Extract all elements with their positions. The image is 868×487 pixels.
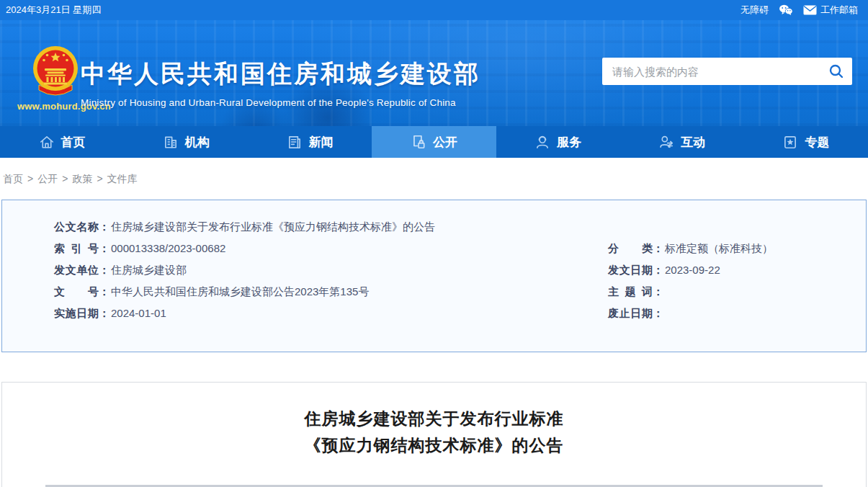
nav-item-news[interactable]: 新闻: [248, 126, 372, 158]
breadcrumb-separator: >: [27, 173, 33, 184]
article-title: 住房城乡建设部关于发布行业标准 《预应力钢结构技术标准》的公告: [2, 406, 866, 459]
site-header-banner: www.mohurd.gov.cn 中华人民共和国住房和城乡建设部 Minist…: [0, 20, 868, 126]
breadcrumb-document-library[interactable]: 文件库: [107, 173, 138, 184]
accessibility-link[interactable]: 无障碍: [741, 4, 769, 17]
nav-item-disclosure[interactable]: 公开: [372, 126, 496, 158]
doc-field-implementation-date: 实施日期：2024-01-01: [54, 303, 608, 324]
home-icon: [39, 134, 55, 150]
top-utility-bar: 2024年3月21日 星期四 无障碍: [0, 0, 868, 20]
document-info-left-column: 公文名称：住房城乡建设部关于发布行业标准《预应力钢结构技术标准》的公告 索 引 …: [2, 216, 608, 352]
nav-item-label: 机构: [185, 134, 210, 151]
breadcrumb-disclosure[interactable]: 公开: [37, 173, 58, 184]
search-input[interactable]: [602, 66, 820, 78]
nav-item-interaction[interactable]: 互动: [620, 126, 744, 158]
site-title: 中华人民共和国住房和城乡建设部: [81, 58, 480, 91]
special-topic-icon: [782, 134, 798, 150]
article-panel: 住房城乡建设部关于发布行业标准 《预应力钢结构技术标准》的公告: [1, 382, 867, 487]
document-info-right-column: 分 类：标准定额（标准科技） 发文日期：2023-09-22 主 题 词： 废止…: [608, 238, 866, 352]
article-title-line1: 住房城乡建设部关于发布行业标准: [2, 406, 866, 432]
main-nav: 首页 机构 新闻 公开: [0, 126, 868, 158]
doc-field-title: 公文名称：住房城乡建设部关于发布行业标准《预应力钢结构技术标准》的公告: [54, 216, 608, 238]
doc-field-repeal-date: 废止日期：: [608, 303, 866, 324]
organization-icon: [163, 134, 179, 150]
nav-item-label: 首页: [61, 134, 86, 151]
wechat-icon: [779, 4, 793, 16]
search-box: [602, 58, 852, 85]
nav-item-home[interactable]: 首页: [0, 126, 124, 158]
breadcrumb-separator: >: [97, 173, 102, 184]
breadcrumb-separator: >: [62, 173, 68, 184]
work-mailbox-link[interactable]: 工作邮箱: [803, 4, 858, 17]
interaction-icon: [658, 134, 674, 150]
document-info-panel: 公文名称：住房城乡建设部关于发布行业标准《预应力钢结构技术标准》的公告 索 引 …: [1, 200, 867, 352]
mail-icon: [803, 5, 817, 15]
nav-item-label: 公开: [433, 134, 457, 151]
breadcrumb-home[interactable]: 首页: [3, 173, 23, 184]
nav-item-label: 互动: [681, 134, 705, 151]
doc-field-document-number: 文 号：中华人民共和国住房和城乡建设部公告2023年第135号: [54, 281, 608, 303]
work-mailbox-label: 工作邮箱: [820, 4, 858, 17]
doc-field-subject-words: 主 题 词：: [608, 281, 866, 303]
doc-field-issue-date: 发文日期：2023-09-22: [608, 259, 866, 281]
search-button[interactable]: [820, 58, 852, 85]
nav-item-organization[interactable]: 机构: [124, 126, 248, 158]
site-subtitle-english: Ministry of Housing and Urban-Rural Deve…: [81, 97, 480, 108]
nav-item-special-topic[interactable]: 专题: [744, 126, 868, 158]
article-title-line2: 《预应力钢结构技术标准》的公告: [2, 432, 866, 459]
service-icon: [534, 134, 550, 150]
nav-item-label: 服务: [557, 134, 581, 151]
accessibility-link-label: 无障碍: [741, 4, 769, 17]
doc-field-issuing-unit: 发文单位：住房城乡建设部: [54, 259, 608, 281]
disclosure-icon: [411, 134, 426, 150]
nav-item-label: 专题: [805, 134, 829, 151]
doc-field-index-number: 索 引 号：000013338/2023-00682: [54, 238, 608, 259]
breadcrumb-policy[interactable]: 政策: [72, 173, 92, 184]
nav-item-label: 新闻: [309, 134, 334, 151]
doc-field-category: 分 类：标准定额（标准科技）: [608, 238, 866, 259]
nav-item-service[interactable]: 服务: [496, 126, 620, 158]
news-icon: [287, 134, 303, 150]
breadcrumb: 首页>公开>政策>文件库: [0, 158, 868, 186]
wechat-link[interactable]: [779, 4, 793, 16]
current-date: 2024年3月21日 星期四: [6, 4, 101, 17]
search-icon: [828, 63, 844, 79]
